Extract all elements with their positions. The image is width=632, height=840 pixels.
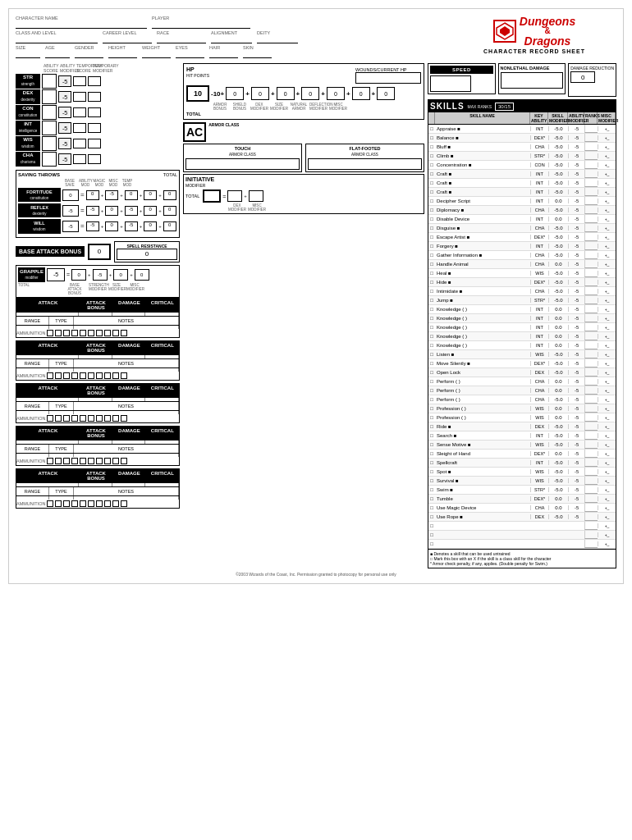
ref-magic[interactable]: -5 xyxy=(125,206,138,216)
skill-mod-12[interactable]: -5.0 xyxy=(548,235,568,240)
age-field[interactable] xyxy=(45,50,70,58)
skill-check-25[interactable]: □ xyxy=(428,352,435,357)
skill-mod-7[interactable]: -5.0 xyxy=(548,189,568,194)
skill-ranks-23[interactable] xyxy=(584,332,598,340)
ammo-box[interactable] xyxy=(80,372,86,379)
skill-ranks-3[interactable] xyxy=(584,152,598,160)
skill-ranks-14[interactable] xyxy=(584,251,598,259)
attack-bonus-cell-4[interactable] xyxy=(79,483,112,486)
skill-ranks-45[interactable] xyxy=(584,531,598,539)
skill-check-37[interactable]: □ xyxy=(428,460,435,465)
ammo-box[interactable] xyxy=(121,500,127,507)
skill-mod-5[interactable]: -5.0 xyxy=(548,171,568,176)
skill-mod-15[interactable]: 0.0 xyxy=(548,262,568,267)
ammo-box[interactable] xyxy=(121,458,127,464)
skill-ranks-24[interactable] xyxy=(584,341,598,349)
ammo-box[interactable] xyxy=(71,415,78,422)
ammo-box[interactable] xyxy=(112,330,119,336)
ammo-box[interactable] xyxy=(47,415,53,422)
attack-type-val-3[interactable] xyxy=(49,454,74,457)
ammo-box[interactable] xyxy=(121,415,127,422)
attack-damage-cell-4[interactable] xyxy=(112,483,146,486)
skill-check-7[interactable]: □ xyxy=(428,189,435,194)
ammo-box[interactable] xyxy=(112,415,119,422)
hp-box-3[interactable]: 0 xyxy=(301,87,319,100)
skill-ranks-11[interactable] xyxy=(584,224,598,232)
skill-check-40[interactable]: □ xyxy=(428,487,435,492)
skill-mod-13[interactable]: -5.0 xyxy=(548,244,568,249)
ammo-box[interactable] xyxy=(121,330,127,336)
skill-check-10[interactable]: □ xyxy=(428,217,435,221)
skill-check-16[interactable]: □ xyxy=(428,271,435,276)
skill-mod-38[interactable]: -5.0 xyxy=(548,469,568,474)
skill-ranks-4[interactable] xyxy=(584,161,598,169)
attack-range-val-0[interactable] xyxy=(16,326,49,329)
grapple-bab[interactable]: 0 xyxy=(71,269,86,281)
skill-check-5[interactable]: □ xyxy=(428,171,435,176)
skill-check-44[interactable]: □ xyxy=(428,523,435,528)
ammo-box[interactable] xyxy=(112,458,119,464)
wis-score[interactable] xyxy=(42,136,57,151)
skill-check-0[interactable]: □ xyxy=(428,126,435,131)
ammo-box[interactable] xyxy=(55,415,62,422)
skill-check-15[interactable]: □ xyxy=(428,262,435,267)
skill-check-14[interactable]: □ xyxy=(428,253,435,258)
skill-mod-27[interactable]: -5.0 xyxy=(548,370,568,375)
skill-ranks-21[interactable] xyxy=(584,314,598,322)
skill-ranks-5[interactable] xyxy=(584,170,598,178)
ammo-box[interactable] xyxy=(63,500,70,507)
attack-type-val-4[interactable] xyxy=(49,496,74,500)
ammo-box[interactable] xyxy=(121,372,127,379)
int-temp-score[interactable] xyxy=(73,123,86,133)
skill-check-43[interactable]: □ xyxy=(428,514,435,519)
con-temp-score[interactable] xyxy=(73,107,86,117)
weight-field[interactable] xyxy=(142,50,171,58)
skin-field[interactable] xyxy=(243,50,272,58)
fort-temp[interactable]: 0 xyxy=(163,190,176,200)
flat-footed-value[interactable] xyxy=(308,158,422,170)
skill-check-39[interactable]: □ xyxy=(428,478,435,483)
skill-ranks-30[interactable] xyxy=(584,395,598,404)
skill-check-31[interactable]: □ xyxy=(428,406,435,411)
ammo-box[interactable] xyxy=(55,330,62,336)
ammo-box[interactable] xyxy=(63,330,70,336)
ammo-box[interactable] xyxy=(88,415,94,422)
skill-ranks-9[interactable] xyxy=(584,206,598,214)
ammo-box[interactable] xyxy=(80,415,86,422)
skill-mod-37[interactable]: -5.0 xyxy=(548,460,568,465)
attack-notes-val-4[interactable] xyxy=(74,496,179,500)
will-base[interactable]: -5 xyxy=(86,221,99,231)
ammo-box[interactable] xyxy=(104,372,111,379)
hp-box-5[interactable]: 0 xyxy=(352,87,370,100)
skill-mod-32[interactable]: 0.0 xyxy=(548,415,568,420)
init-total[interactable] xyxy=(203,189,221,203)
dr-value[interactable]: 0 xyxy=(570,71,595,83)
hp-box-6[interactable]: 0 xyxy=(377,87,395,100)
attack-notes-val-3[interactable] xyxy=(74,454,179,457)
skill-mod-35[interactable]: -5.0 xyxy=(548,442,568,447)
skill-check-36[interactable]: □ xyxy=(428,451,435,456)
skill-check-11[interactable]: □ xyxy=(428,226,435,231)
attack-name-cell-3[interactable] xyxy=(16,441,79,444)
skill-ranks-13[interactable] xyxy=(584,242,598,250)
attack-type-val-0[interactable] xyxy=(49,326,74,329)
skill-mod-41[interactable]: 0.0 xyxy=(548,496,568,501)
skill-ranks-12[interactable] xyxy=(584,233,598,241)
skill-mod-14[interactable]: -5.0 xyxy=(548,253,568,258)
skill-mod-4[interactable]: -5.0 xyxy=(548,162,568,167)
ammo-box[interactable] xyxy=(55,500,62,507)
skill-ranks-15[interactable] xyxy=(584,260,598,268)
hp-box-4[interactable]: 0 xyxy=(327,87,345,100)
cha-temp-score[interactable] xyxy=(73,154,86,164)
ref-temp[interactable]: 0 xyxy=(163,206,176,216)
ammo-box[interactable] xyxy=(55,372,62,379)
skill-mod-34[interactable]: -5.0 xyxy=(548,433,568,438)
skill-ranks-20[interactable] xyxy=(584,305,598,313)
ammo-box[interactable] xyxy=(63,458,70,464)
skill-check-32[interactable]: □ xyxy=(428,415,435,420)
skill-mod-11[interactable]: -5.0 xyxy=(548,226,568,231)
grapple-size[interactable]: 0 xyxy=(113,269,128,281)
fort-magic[interactable]: 0 xyxy=(125,190,138,200)
skill-ranks-8[interactable] xyxy=(584,197,598,205)
ammo-box[interactable] xyxy=(96,500,103,507)
